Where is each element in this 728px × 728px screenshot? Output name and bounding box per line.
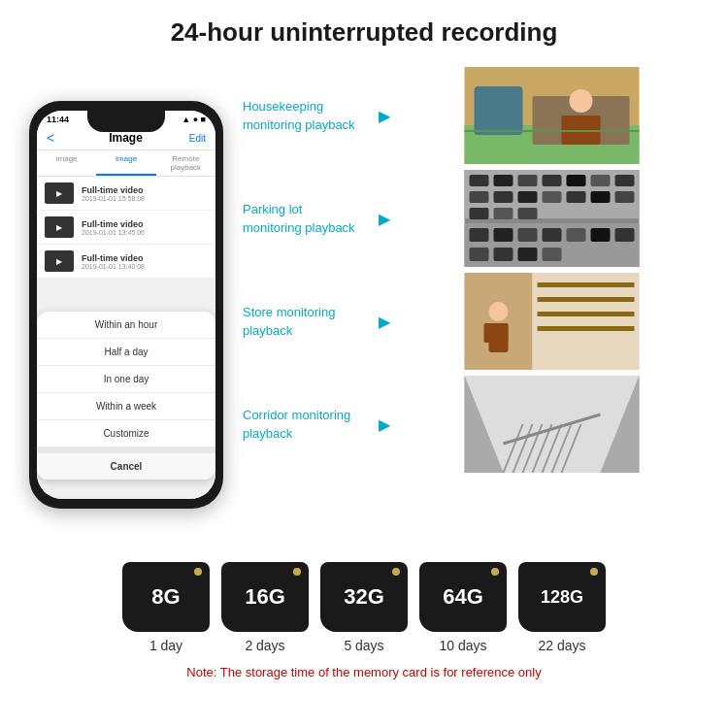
svg-rect-17 <box>494 191 513 203</box>
store-photo <box>395 273 709 370</box>
arrow-icon-corridor: ▶ <box>379 415 390 434</box>
storage-cards-row: 8G 1 day 16G 2 days 32G 5 days 64G 10 da… <box>122 562 606 653</box>
list-thumb: ▶ <box>45 250 74 272</box>
phone-container: 11:44 ▲ ● ■ < Image Edit image Image Rem… <box>19 57 233 552</box>
monitoring-item-housekeeping: Housekeepingmonitoring playback ▶ <box>243 67 709 164</box>
svg-rect-31 <box>567 228 586 242</box>
svg-rect-35 <box>494 248 513 261</box>
svg-rect-16 <box>470 191 489 203</box>
edit-button[interactable]: Edit <box>189 133 206 144</box>
storage-section: 8G 1 day 16G 2 days 32G 5 days 64G 10 da… <box>0 552 728 684</box>
monitoring-label-store: Store monitoringplayback <box>243 303 369 340</box>
phone-dropdown: Within an hour Half a day In one day Wit… <box>37 312 215 480</box>
phone-notch <box>87 111 165 132</box>
tab-image-lower[interactable]: image <box>37 150 96 176</box>
monitoring-text-housekeeping: Housekeepingmonitoring playback <box>243 99 355 132</box>
sd-card-label-8g: 8G <box>151 584 180 610</box>
list-item[interactable]: ▶ Full-time video 2019-01-01 15:58:08 <box>37 177 215 210</box>
item-title: Full-time video <box>82 253 208 263</box>
svg-rect-25 <box>518 208 538 219</box>
svg-rect-37 <box>543 248 562 261</box>
svg-rect-10 <box>494 175 513 186</box>
svg-rect-2 <box>475 86 523 135</box>
item-date: 2019-01-01 15:58:08 <box>82 195 208 202</box>
monitoring-image-store <box>395 273 709 370</box>
storage-days-8g: 1 day <box>149 638 182 653</box>
svg-rect-24 <box>494 208 513 219</box>
monitoring-text-parking: Parking lotmonitoring playback <box>243 202 355 235</box>
item-title: Full-time video <box>82 219 208 229</box>
sd-card-64g: 64G <box>419 562 507 632</box>
item-date: 2019-01-01 13:40:08 <box>82 263 208 270</box>
phone-tabs: image Image Remote playback <box>37 150 215 177</box>
tab-remote-playback[interactable]: Remote playback <box>156 150 215 176</box>
list-thumb: ▶ <box>45 182 74 204</box>
dropdown-cancel-button[interactable]: Cancel <box>37 447 215 480</box>
list-thumb: ▶ <box>45 216 74 238</box>
sd-card-16g: 16G <box>221 562 309 632</box>
sd-card-label-16g: 16G <box>245 584 285 610</box>
list-info: Full-time video 2019-01-01 13:40:08 <box>82 253 208 270</box>
back-arrow-icon[interactable]: < <box>47 130 54 146</box>
svg-rect-22 <box>615 191 635 203</box>
storage-card-8g: 8G 1 day <box>122 562 210 653</box>
dropdown-item-half-day[interactable]: Half a day <box>37 339 215 366</box>
svg-rect-14 <box>591 175 611 186</box>
nav-title: Image <box>62 131 189 145</box>
storage-card-32g: 32G 5 days <box>320 562 408 653</box>
monitoring-label-corridor: Corridor monitoringplayback <box>243 406 369 443</box>
monitoring-item-corridor: Corridor monitoringplayback ▶ <box>243 376 709 473</box>
dropdown-item-within-hour[interactable]: Within an hour <box>37 312 215 339</box>
storage-days-16g: 2 days <box>245 638 284 653</box>
dropdown-item-one-day[interactable]: In one day <box>37 366 215 393</box>
item-title: Full-time video <box>82 185 208 195</box>
phone-icons: ▲ ● ■ <box>182 115 206 124</box>
phone-time: 11:44 <box>47 115 69 124</box>
storage-note: Note: The storage time of the memory car… <box>186 665 541 679</box>
svg-rect-6 <box>465 130 640 132</box>
list-item[interactable]: ▶ Full-time video 2019-01-01 13:45:06 <box>37 211 215 244</box>
sd-card-8g: 8G <box>122 562 210 632</box>
sd-card-128g: 128G <box>518 562 606 632</box>
monitoring-item-store: Store monitoringplayback ▶ <box>243 273 709 370</box>
svg-point-4 <box>570 89 593 113</box>
svg-rect-21 <box>591 191 611 203</box>
monitoring-label-housekeeping: Housekeepingmonitoring playback <box>243 97 369 134</box>
svg-rect-13 <box>567 175 586 186</box>
svg-rect-41 <box>538 282 635 287</box>
arrow-icon-store: ▶ <box>379 313 390 331</box>
list-info: Full-time video 2019-01-01 13:45:06 <box>82 219 208 236</box>
storage-card-64g: 64G 10 days <box>419 562 507 653</box>
monitoring-image-corridor <box>395 376 709 473</box>
page-title: 24-hour uninterrupted recording <box>19 17 709 48</box>
monitoring-item-parking: Parking lotmonitoring playback ▶ <box>243 170 709 267</box>
svg-rect-9 <box>470 175 489 186</box>
storage-days-64g: 10 days <box>439 638 486 653</box>
svg-rect-33 <box>615 228 635 242</box>
svg-rect-27 <box>470 228 489 242</box>
page-header: 24-hour uninterrupted recording <box>0 0 728 57</box>
svg-rect-19 <box>543 191 562 203</box>
arrow-icon-housekeeping: ▶ <box>379 107 390 125</box>
tab-image-upper[interactable]: Image <box>96 150 155 176</box>
svg-rect-43 <box>538 312 635 316</box>
dropdown-item-within-week[interactable]: Within a week <box>37 393 215 420</box>
svg-rect-42 <box>538 297 635 302</box>
svg-rect-15 <box>615 175 635 186</box>
dropdown-item-customize[interactable]: Customize <box>37 420 215 447</box>
svg-rect-29 <box>518 228 538 242</box>
sd-card-32g: 32G <box>320 562 408 632</box>
phone-screen: 11:44 ▲ ● ■ < Image Edit image Image Rem… <box>37 111 215 499</box>
svg-rect-18 <box>518 191 538 203</box>
corridor-photo <box>395 376 709 473</box>
housekeeping-photo <box>395 67 709 164</box>
storage-days-32g: 5 days <box>344 638 383 653</box>
svg-rect-11 <box>518 175 538 186</box>
arrow-icon-parking: ▶ <box>379 210 390 228</box>
svg-rect-23 <box>470 208 489 219</box>
list-item[interactable]: ▶ Full-time video 2019-01-01 13:40:08 <box>37 245 215 278</box>
sd-card-label-32g: 32G <box>344 584 384 610</box>
sd-card-label-64g: 64G <box>443 584 483 610</box>
monitoring-text-corridor: Corridor monitoringplayback <box>243 408 350 441</box>
monitoring-text-store: Store monitoringplayback <box>243 305 335 338</box>
